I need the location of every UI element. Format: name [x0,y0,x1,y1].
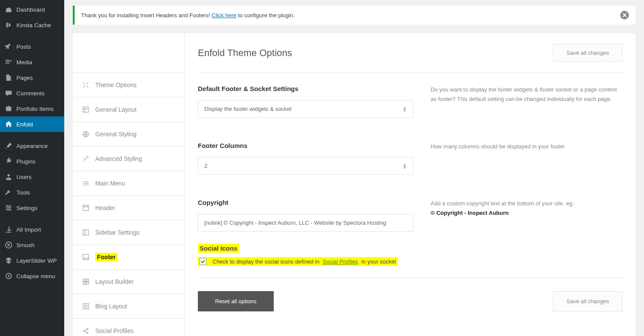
user-icon [4,173,13,181]
wp-menu-dashboard[interactable]: Dashboard [0,2,64,17]
wp-menu-label: Collapse menu [16,273,55,279]
copyright-input[interactable] [198,214,413,232]
sidenav-theme-options[interactable]: Theme Options [73,73,184,97]
wp-menu-label: Comments [16,90,44,97]
footer-columns-hint: How many columns should be displayed in … [413,142,622,175]
wp-menu-label: All Import [16,226,41,233]
sidenav-label: Main Menu [95,180,125,187]
sidenav-label: General Layout [95,106,137,113]
sidebar-icon [81,228,90,237]
svg-rect-11 [83,254,89,260]
brush-icon [4,141,13,150]
wp-menu-label: Tools [16,189,30,196]
svg-rect-7 [83,107,89,113]
notice-text: Thank you for installing Insert Headers … [81,12,295,19]
social-icon [81,327,90,335]
svg-point-2 [7,205,9,207]
wp-menu-pages[interactable]: Pages [0,70,64,85]
notice-link[interactable]: Click here [212,12,237,19]
tools-icon [81,81,90,89]
svg-point-17 [84,330,85,332]
svg-point-1 [7,174,9,176]
svg-point-4 [7,209,9,211]
wp-menu-label: LayerSlider WP [16,257,57,264]
social-profiles-link[interactable]: Social Profiles [322,258,358,265]
wp-menu-collapse[interactable]: Collapse menu [0,268,64,284]
footer-columns-select[interactable]: 2 ▲▼ [198,157,413,175]
wp-menu-settings[interactable]: Settings [0,200,64,216]
sidenav-label: Theme Options [95,82,137,88]
dashboard-icon [4,5,13,14]
sidenav-general-layout[interactable]: General Layout [73,97,184,122]
wp-menu-allimport[interactable]: All Import [0,222,64,237]
wp-menu-smush[interactable]: Smush [0,237,64,253]
svg-point-3 [9,207,11,209]
sidenav-sidebar-settings[interactable]: Sidebar Settings [73,220,184,245]
sidenav-main-menu[interactable]: Main Menu [73,171,184,196]
wp-menu-label: Pages [16,75,33,81]
sliders-icon [4,204,13,212]
pin-icon [4,42,13,51]
sidenav-advanced-styling[interactable]: Advanced Styling [73,147,184,171]
wp-menu-kinsta[interactable]: Kinsta Cache [0,17,64,33]
wp-menu-tools[interactable]: Tools [0,185,64,200]
wp-menu-label: Kinsta Cache [16,22,51,28]
home-icon [4,120,13,129]
wp-menu-enfold[interactable]: Enfold [0,116,64,132]
sidenav-footer[interactable]: Footer [73,245,184,270]
select-arrows-icon: ▲▼ [403,163,407,169]
wand-icon [81,154,90,163]
svg-rect-15 [86,282,88,284]
save-button-bottom[interactable]: Save all changes [553,291,622,311]
copyright-label: Copyright [198,199,413,206]
sidenav-label: Footer [95,253,118,261]
svg-rect-13 [86,279,88,281]
footer-settings-label: Default Footer & Socket Settings [198,85,413,92]
svg-rect-0 [6,107,12,111]
panel-title: Enfold Theme Options [198,47,292,59]
select-arrows-icon: ▲▼ [403,106,407,112]
menu-icon [81,179,90,188]
reset-button[interactable]: Reset all options [198,291,274,311]
wp-menu-users[interactable]: Users [0,169,64,185]
sidenav-blog-layout[interactable]: Blog Layout [73,294,184,319]
panel-content: Enfold Theme Options Save all changes De… [185,33,635,336]
footer-settings-hint: Do you want to display the footer widget… [413,85,622,118]
footer-columns-label: Footer Columns [198,142,413,149]
social-icons-label: Social Icons [198,244,239,253]
comment-icon [4,89,13,97]
media-icon [4,58,13,66]
notice-dismiss-button[interactable] [620,11,629,19]
wp-menu-media[interactable]: Media [0,54,64,70]
page-icon [4,73,13,82]
wp-menu-plugins[interactable]: Plugins [0,154,64,169]
wp-menu-portfolio[interactable]: Portfolio Items [0,101,64,116]
wp-menu-comments[interactable]: Comments [0,85,64,101]
svg-rect-10 [83,230,89,236]
sidenav-layout-builder[interactable]: Layout Builder [73,270,184,294]
sidenav-label: Layout Builder [95,278,134,285]
social-icons-checkbox[interactable] [200,258,206,265]
sidenav-social-profiles[interactable]: Social Profiles [73,319,184,336]
wp-menu-label: Appearance [16,143,48,149]
wp-menu-label: Dashboard [16,6,45,13]
layout-icon [81,105,90,114]
wp-menu-label: Enfold [16,121,33,128]
sidenav-label: Header [95,204,115,211]
sidenav-label: Blog Layout [95,303,127,310]
wp-menu-posts[interactable]: Posts [0,39,64,54]
wp-menu-layerslider[interactable]: LayerSlider WP [0,253,64,268]
plug-icon [4,157,13,166]
sidenav-label: Sidebar Settings [95,229,140,236]
wp-menu-label: Users [16,174,31,180]
svg-rect-9 [83,205,89,211]
footer-settings-select[interactable]: Display the footer widgets & socket ▲▼ [198,100,413,118]
blog-icon [81,302,90,311]
save-button-top[interactable]: Save all changes [553,44,622,62]
kinsta-icon [4,21,13,29]
sidenav-general-styling[interactable]: General Styling [73,122,184,147]
sidenav-header[interactable]: Header [73,196,184,220]
wp-menu-appearance[interactable]: Appearance [0,138,64,154]
panel-logo-area [73,33,184,73]
copyright-hint: Add a custom copyright text at the botto… [413,199,622,232]
